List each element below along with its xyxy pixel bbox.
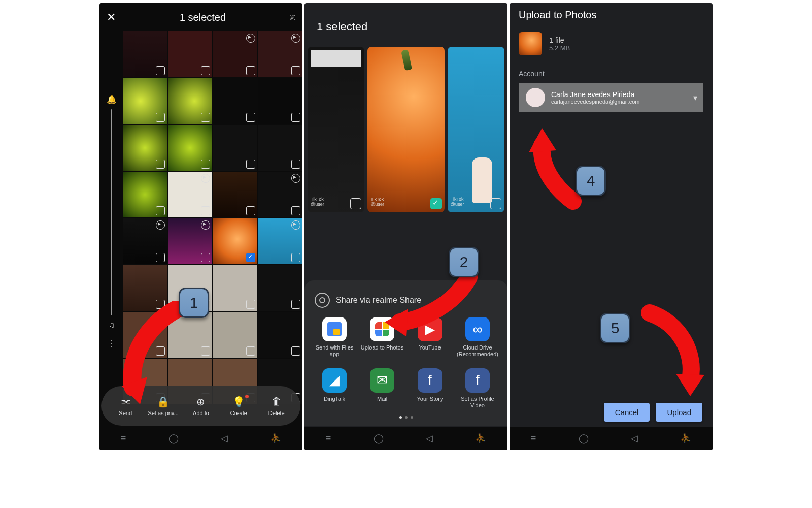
share-header: 1 selected — [304, 3, 507, 39]
selection-count: 1 selected — [180, 12, 226, 23]
step-badge-1: 1 — [179, 288, 209, 318]
file-summary: 1 file 5.2 MB — [519, 32, 703, 55]
app-profile-video[interactable]: f Set as Profile Video — [454, 368, 501, 409]
recents-icon[interactable]: ≡ — [531, 433, 536, 444]
account-email: carlajaneevedespirieda@gmail.com — [551, 99, 639, 105]
thumb[interactable] — [123, 218, 167, 264]
back-icon[interactable]: ◁ — [631, 433, 638, 444]
arrow-5 — [639, 303, 705, 399]
app-files[interactable]: Send with Files app — [311, 317, 358, 358]
app-dingtalk[interactable]: ◢ DingTalk — [311, 368, 358, 409]
bell-icon[interactable]: 🔔 — [107, 94, 117, 104]
app-story[interactable]: f Your Story — [406, 368, 454, 409]
thumb[interactable] — [213, 78, 257, 124]
thumb[interactable] — [258, 172, 302, 217]
thumb[interactable] — [123, 125, 167, 171]
phone-gallery: ✕ 1 selected ⎚ 🔔 ♫ ⋮ — [99, 3, 302, 450]
music-icon[interactable]: ♫ — [109, 321, 115, 330]
preview-card-selected[interactable]: TikTok@user — [367, 47, 445, 212]
android-navbar: ≡ ◯ ◁ ⛹ — [99, 427, 302, 450]
file-thumbnail — [519, 32, 542, 55]
back-icon[interactable]: ◁ — [426, 433, 433, 444]
thumb[interactable] — [213, 125, 257, 171]
delete-button[interactable]: 🗑 Delete — [260, 396, 293, 416]
preview-card[interactable]: TikTok@user — [448, 47, 504, 212]
bulb-icon: 💡 — [232, 396, 245, 408]
accessibility-icon[interactable]: ⛹ — [475, 433, 486, 444]
recents-icon[interactable]: ≡ — [121, 433, 126, 444]
pager-dots — [311, 416, 501, 419]
cast-icon[interactable]: ⎚ — [290, 12, 295, 23]
step-badge-4: 4 — [576, 166, 606, 196]
thumb-selected[interactable] — [213, 218, 257, 264]
home-icon[interactable]: ◯ — [579, 433, 589, 444]
trash-icon: 🗑 — [272, 396, 282, 408]
avatar — [526, 88, 545, 107]
phone-upload-dialog: Upload to Photos 1 file 5.2 MB Account C… — [510, 3, 713, 450]
selection-count: 1 selected — [317, 20, 367, 34]
chevron-down-icon: ▾ — [693, 93, 697, 103]
upload-button[interactable]: Upload — [656, 403, 702, 422]
app-mail[interactable]: ✉ Mail — [358, 368, 406, 409]
phone-share-sheet: 1 selected TikTok@user TikTok@user TikTo… — [304, 3, 507, 450]
thumb[interactable] — [258, 31, 302, 77]
account-name: Carla Jane evedes Pirieda — [551, 90, 639, 99]
create-button[interactable]: 💡 Create — [222, 396, 255, 416]
svg-marker-1 — [385, 309, 408, 336]
thumb[interactable] — [123, 78, 167, 124]
back-icon[interactable]: ◁ — [221, 433, 228, 444]
thumb[interactable] — [213, 31, 257, 77]
file-size: 5.2 MB — [549, 44, 570, 52]
file-count: 1 file — [549, 36, 570, 44]
hotspot-icon — [315, 293, 330, 308]
thumb[interactable] — [258, 265, 302, 311]
step-badge-5: 5 — [600, 313, 630, 343]
thumb[interactable] — [168, 125, 212, 171]
account-label: Account — [519, 70, 703, 78]
android-navbar: ≡ ◯ ◁ ⛹ — [304, 427, 507, 450]
thumb[interactable] — [168, 31, 212, 77]
thumb[interactable] — [168, 78, 212, 124]
thumb[interactable] — [213, 265, 257, 311]
thumb[interactable] — [123, 31, 167, 77]
media-preview: TikTok@user TikTok@user TikTok@user — [308, 47, 504, 212]
close-icon[interactable]: ✕ — [107, 11, 116, 24]
thumb[interactable] — [213, 312, 257, 358]
more-icon[interactable]: ⋮ — [108, 339, 116, 348]
thumb[interactable] — [213, 172, 257, 217]
preview-card[interactable]: TikTok@user — [308, 47, 364, 212]
home-icon[interactable]: ◯ — [168, 433, 179, 444]
account-selector[interactable]: Carla Jane evedes Pirieda carlajaneevede… — [519, 83, 703, 112]
accessibility-icon[interactable]: ⛹ — [270, 433, 281, 444]
thumb[interactable] — [258, 78, 302, 124]
thumb[interactable] — [258, 125, 302, 171]
step-badge-2: 2 — [449, 247, 479, 277]
svg-marker-3 — [676, 374, 704, 396]
thumb[interactable] — [258, 312, 302, 358]
dialog-buttons: Cancel Upload — [510, 403, 713, 422]
accessibility-icon[interactable]: ⛹ — [680, 433, 691, 444]
svg-marker-2 — [529, 128, 556, 152]
dialog-title: Upload to Photos — [519, 9, 703, 21]
home-icon[interactable]: ◯ — [374, 433, 384, 444]
thumb[interactable] — [258, 218, 302, 264]
arrow-2 — [383, 270, 479, 341]
gallery-header: ✕ 1 selected ⎚ — [99, 3, 302, 31]
cancel-button[interactable]: Cancel — [604, 403, 650, 422]
android-navbar: ≡ ◯ ◁ ⛹ — [510, 427, 713, 450]
thumb[interactable] — [168, 172, 212, 217]
thumb[interactable] — [123, 172, 167, 217]
thumb[interactable] — [168, 218, 212, 264]
recents-icon[interactable]: ≡ — [326, 433, 331, 444]
